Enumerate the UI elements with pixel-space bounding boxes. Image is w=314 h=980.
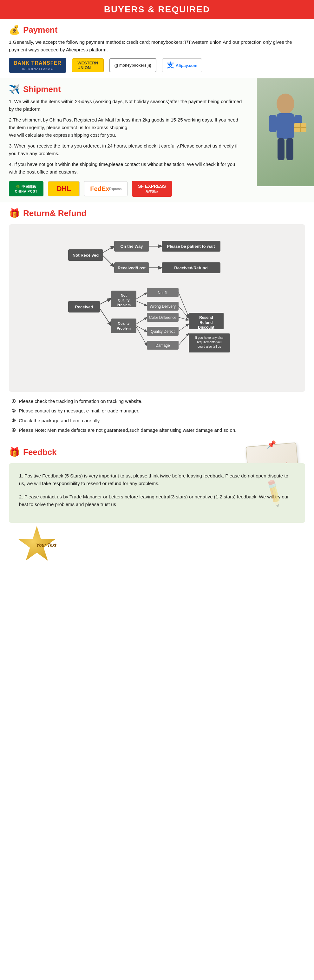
svg-text:Problem: Problem xyxy=(117,326,131,330)
svg-text:Resend: Resend xyxy=(199,315,213,320)
sf-label: SF EXPRESS xyxy=(138,184,166,189)
shipment-para-2: 2.The shipment by China Post Registered … xyxy=(9,116,245,139)
bank-transfer-label-bottom: INTERNATIONAL xyxy=(22,67,53,70)
svg-text:Received: Received xyxy=(75,305,93,309)
feedback-para-2: 2. Please contact us by Trade Manager or… xyxy=(19,493,295,508)
payment-section: 💰 Payment 1.Generally, we accept the fol… xyxy=(0,19,314,78)
svg-text:Color Difference: Color Difference xyxy=(149,315,177,320)
svg-text:Not: Not xyxy=(121,293,127,297)
alipay-logo: 支 Alipay.com xyxy=(162,58,202,72)
bank-transfer-logo: BANK TRANSFER INTERNATIONAL xyxy=(9,58,66,73)
svg-line-51 xyxy=(179,317,189,320)
shipment-para-3: 3. When you receive the items you ordere… xyxy=(9,142,245,158)
dhl-logo: DHL xyxy=(48,181,79,196)
svg-line-12 xyxy=(103,256,114,267)
svg-rect-1 xyxy=(277,113,294,138)
svg-text:Problem: Problem xyxy=(117,303,131,307)
payment-icon: 💰 xyxy=(9,25,20,35)
dhl-label: DHL xyxy=(57,185,71,193)
moneybookers-logo: ((( moneybookers ))) xyxy=(109,58,156,72)
refund-note-2: Please contact us by meesage, e-mail, or… xyxy=(9,407,305,414)
svg-line-34 xyxy=(136,293,147,299)
delivery-person-svg xyxy=(260,85,311,186)
svg-text:On the Way: On the Way xyxy=(120,244,143,249)
feedback-para-1: 1. Positive Feedback (5 Stars) is very i… xyxy=(19,472,295,487)
svg-text:Quality: Quality xyxy=(118,321,130,325)
moneybookers-label: ((( moneybookers ))) xyxy=(114,63,151,68)
svg-line-49 xyxy=(179,293,189,317)
feedback-card: 1. Positive Feedback (5 Stars) is very i… xyxy=(9,463,305,523)
svg-rect-2 xyxy=(269,115,277,132)
feedback-section: 🎁 Feedbck Feedback 1. Positive Feedback … xyxy=(0,441,314,574)
refund-heading: Return& Refund xyxy=(23,208,86,218)
svg-text:Quality Defect: Quality Defect xyxy=(151,329,175,334)
svg-line-25 xyxy=(100,299,111,304)
feedback-heading: Feedbck xyxy=(23,447,57,457)
refund-note-4: Please Note: Men made defects are not gu… xyxy=(9,426,305,434)
alipay-icon-symbol: 支 xyxy=(167,60,174,70)
shipment-heading: Shipment xyxy=(23,84,60,94)
western-union-label: WESTERNUNION xyxy=(78,60,98,70)
svg-rect-31 xyxy=(111,318,136,333)
page-title: BUYERS & REQUIRED xyxy=(0,5,314,14)
fedex-logo: FedEx Express xyxy=(84,181,127,196)
refund-section: 🎁 Return& Refund Not Received On the Way… xyxy=(0,202,314,441)
shipment-para-4: 4. If you have not got it within the shi… xyxy=(9,161,245,176)
shipment-icon: ✈️ xyxy=(9,84,20,95)
svg-line-41 xyxy=(136,326,147,331)
alipay-label: Alipay.com xyxy=(176,63,197,68)
svg-text:Refund: Refund xyxy=(200,320,213,325)
badge-row: Your Text xyxy=(9,526,305,570)
svg-line-40 xyxy=(136,318,147,324)
refund-title-row: 🎁 Return& Refund xyxy=(9,208,305,219)
shipment-illustration xyxy=(257,78,314,186)
refund-icon: 🎁 xyxy=(9,208,20,219)
payment-paragraph: 1.Generally, we accept the following pay… xyxy=(9,38,305,54)
china-post-cn: 🌿 中国邮政 xyxy=(16,185,37,189)
western-union-logo: WESTERNUNION xyxy=(72,58,104,72)
svg-point-0 xyxy=(277,94,294,114)
svg-text:Discount: Discount xyxy=(198,325,214,329)
sf-sublabel: 顺丰速运 xyxy=(146,189,158,194)
svg-text:Quality: Quality xyxy=(118,298,130,302)
payment-heading: Payment xyxy=(23,25,57,35)
badge-text: Your Text xyxy=(27,542,65,547)
sf-express-logo: SF EXPRESS 顺丰速运 xyxy=(132,181,172,197)
refund-notes-list: Please check the tracking in formation o… xyxy=(9,398,305,434)
payment-logos-row: BANK TRANSFER INTERNATIONAL WESTERNUNION… xyxy=(9,58,305,73)
svg-text:Damage: Damage xyxy=(155,343,170,348)
refund-note-1: Please check the tracking in formation o… xyxy=(9,398,305,405)
svg-text:Received/Lost: Received/Lost xyxy=(118,266,146,270)
fedex-sublabel: Express xyxy=(109,187,122,191)
svg-text:could also tell us: could also tell us xyxy=(198,345,221,348)
shipping-logos-row: 🌿 中国邮政 CHINA POST DHL FedEx Express SF E… xyxy=(9,181,245,197)
svg-text:Not Received: Not Received xyxy=(73,253,98,258)
fedex-label: FedEx xyxy=(90,185,109,192)
svg-line-26 xyxy=(100,309,111,326)
china-post-logo: 🌿 中国邮政 CHINA POST xyxy=(9,181,43,196)
svg-text:Not fit: Not fit xyxy=(158,291,168,295)
flowchart-container: Not Received On the Way Please be patien… xyxy=(9,224,305,392)
shipment-para-1: 1. We will sent the items within 2-5days… xyxy=(9,98,245,113)
svg-line-42 xyxy=(136,327,147,345)
svg-line-52 xyxy=(179,324,189,331)
svg-rect-4 xyxy=(278,138,284,160)
svg-line-50 xyxy=(179,306,189,318)
refund-flowchart-svg: Not Received On the Way Please be patien… xyxy=(65,232,249,384)
refund-note-3: Check the package and Item, carefully. xyxy=(9,417,305,424)
svg-text:Please be patient to wait: Please be patient to wait xyxy=(167,244,216,249)
svg-text:requirements you: requirements you xyxy=(197,340,221,344)
svg-text:If you have any else: If you have any else xyxy=(195,336,224,339)
bank-transfer-label-top: BANK TRANSFER xyxy=(14,60,62,66)
shipment-content: 1. We will sent the items within 2-5days… xyxy=(9,98,245,176)
svg-rect-5 xyxy=(286,138,293,160)
svg-line-53 xyxy=(179,333,189,345)
feedback-icon: 🎁 xyxy=(9,447,20,458)
china-post-en: CHINA POST xyxy=(15,190,37,193)
svg-text:Received/Refund: Received/Refund xyxy=(174,266,208,270)
payment-title-row: 💰 Payment xyxy=(9,25,305,35)
svg-line-35 xyxy=(136,301,147,305)
shipment-section: ✈️ Shipment 1. We will sent the items wi… xyxy=(0,78,314,202)
svg-line-11 xyxy=(103,246,114,253)
svg-text:Wrong Delivery: Wrong Delivery xyxy=(150,304,176,309)
